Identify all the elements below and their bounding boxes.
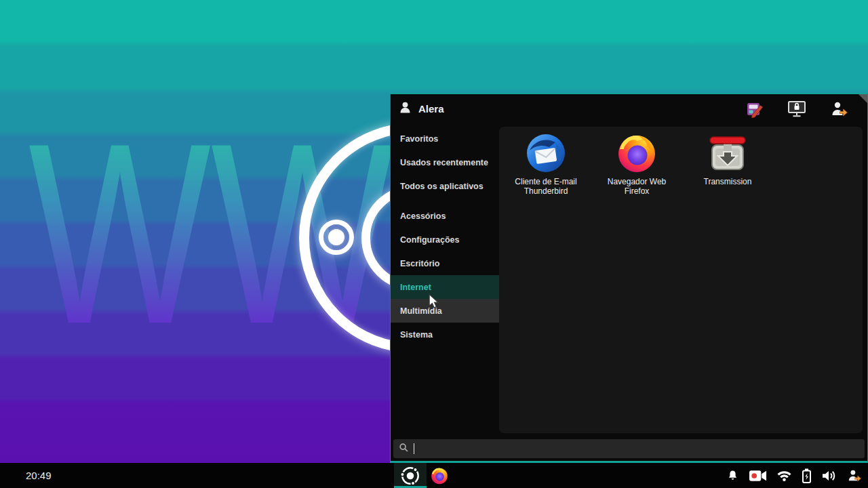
sidebar-item-usados-recentemente[interactable]: Usados recentemente	[391, 150, 499, 174]
sidebar-item-multimidia[interactable]: Multimídia	[391, 299, 499, 323]
transmission-icon	[706, 131, 749, 175]
menu-header-actions	[745, 100, 848, 119]
clock[interactable]: 20:49	[26, 463, 52, 488]
wifi-icon[interactable]	[776, 470, 792, 482]
app-transmission[interactable]: Transmission	[682, 130, 773, 196]
sidebar-item-todos-os-aplicativos[interactable]: Todos os aplicativos	[391, 174, 499, 198]
user-name: Alera	[418, 103, 444, 115]
wallpaper-small-ring-core	[328, 229, 344, 245]
app-label: Navegador Web Firefox	[608, 177, 667, 196]
sidebar-separator	[391, 198, 499, 204]
menu-launcher-button[interactable]	[394, 463, 427, 488]
lock-screen-icon	[787, 100, 806, 118]
user-session-icon[interactable]	[847, 469, 861, 483]
system-tray	[726, 463, 868, 488]
sidebar-item-favoritos[interactable]: Favoritos	[391, 127, 499, 150]
search-input[interactable]	[393, 439, 865, 458]
software-manager-icon	[746, 100, 764, 118]
app-thunderbird[interactable]: Cliente de E-mail Thunderbird	[500, 130, 591, 196]
mouse-cursor	[427, 293, 441, 308]
sidebar-item-configuracoes[interactable]: Configurações	[391, 228, 499, 251]
taskbar: 20:49	[0, 463, 868, 488]
logout-user-icon	[830, 101, 848, 117]
app-label: Cliente de E-mail Thunderbird	[515, 177, 576, 196]
sidebar-item-acessorios[interactable]: Acessórios	[391, 204, 499, 228]
thunderbird-icon	[524, 131, 568, 175]
screen-recorder-icon[interactable]	[749, 469, 767, 483]
resize-grip[interactable]	[859, 94, 867, 103]
notifications-icon[interactable]	[726, 469, 739, 483]
firefox-icon	[615, 131, 658, 175]
active-indicator	[394, 486, 427, 488]
volume-icon[interactable]	[821, 469, 837, 483]
user-avatar-icon	[398, 100, 412, 117]
logout-button[interactable]	[829, 100, 848, 119]
search-icon	[399, 443, 409, 455]
text-caret	[414, 443, 414, 454]
software-manager-button[interactable]	[745, 100, 764, 119]
desktop: WW Alera	[0, 0, 868, 488]
battery-charging-icon[interactable]	[802, 468, 812, 483]
sidebar-item-escritorio[interactable]: Escritório	[391, 251, 499, 275]
ubuntu-cinnamon-logo-icon	[400, 466, 420, 486]
app-label: Transmission	[704, 177, 752, 186]
app-firefox[interactable]: Navegador Web Firefox	[591, 130, 682, 196]
lock-screen-button[interactable]	[787, 100, 806, 119]
taskbar-firefox-icon[interactable]	[430, 466, 449, 485]
app-grid: Cliente de E-mail Thunderbird Navegador …	[499, 127, 863, 196]
sidebar-item-sistema[interactable]: Sistema	[391, 323, 499, 346]
app-panel: Cliente de E-mail Thunderbird Navegador …	[499, 127, 863, 433]
app-menu-popup: Alera	[390, 93, 868, 463]
category-sidebar: Favoritos Usados recentemente Todos os a…	[391, 127, 499, 346]
sidebar-item-internet[interactable]: Internet	[391, 275, 499, 299]
menu-header: Alera	[391, 94, 867, 127]
user-account-button[interactable]: Alera	[398, 100, 444, 117]
